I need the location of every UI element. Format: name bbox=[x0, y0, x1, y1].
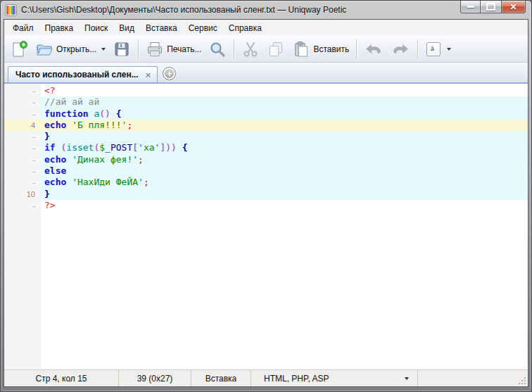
toolbar-separator bbox=[138, 40, 139, 58]
minimize-icon bbox=[467, 6, 474, 8]
code-text: } bbox=[41, 189, 528, 200]
status-cursor-position: Стр 4, кол 15 bbox=[4, 370, 119, 386]
line-number: - bbox=[4, 108, 41, 120]
search-button[interactable] bbox=[205, 38, 230, 61]
open-button-label: Открыть... bbox=[56, 44, 96, 54]
code-line[interactable]: -else bbox=[4, 165, 528, 177]
close-icon: ✕ bbox=[509, 3, 517, 11]
undo-icon bbox=[364, 40, 384, 58]
toolbar-separator bbox=[417, 40, 418, 58]
maximize-icon bbox=[486, 3, 495, 11]
code-line[interactable]: -echo 'Динах фея!'; bbox=[4, 154, 528, 165]
open-folder-icon bbox=[35, 40, 53, 58]
menu-edit[interactable]: Правка bbox=[39, 20, 80, 36]
code-line[interactable]: -//ай ай ай bbox=[4, 96, 528, 108]
line-number: - bbox=[4, 200, 41, 211]
code-text: echo 'Динах фея!'; bbox=[41, 154, 528, 165]
menu-insert[interactable]: Вставка bbox=[140, 20, 183, 36]
save-floppy-icon bbox=[113, 40, 131, 58]
status-insert-mode: Вставка bbox=[191, 370, 251, 386]
syntax-dropdown-icon bbox=[405, 377, 409, 380]
paste-button[interactable]: Вставить bbox=[289, 38, 353, 61]
menu-file[interactable]: Файл bbox=[7, 20, 39, 36]
menu-tools[interactable]: Сервис bbox=[183, 20, 223, 36]
close-button[interactable]: ✕ bbox=[501, 1, 526, 13]
search-icon bbox=[208, 40, 227, 58]
code-line[interactable]: -<? bbox=[4, 85, 528, 96]
status-syntax-dropdown[interactable]: HTML, PHP, ASP bbox=[251, 370, 418, 386]
status-empty-cell bbox=[418, 370, 528, 386]
line-number: - bbox=[4, 165, 41, 177]
line-number: - bbox=[4, 85, 41, 96]
code-line[interactable]: -function a() { bbox=[4, 108, 528, 120]
code-text: //ай ай ай bbox=[41, 96, 528, 108]
status-bar: Стр 4, кол 15 39 (0x27) Вставка HTML, PH… bbox=[4, 369, 528, 386]
status-syntax-label: HTML, PHP, ASP bbox=[264, 374, 329, 384]
tab-close-icon[interactable]: × bbox=[146, 70, 151, 80]
copy-button[interactable] bbox=[263, 38, 289, 61]
save-button[interactable] bbox=[109, 38, 134, 61]
code-line[interactable]: 4echo 'Б пля!!!'; bbox=[4, 120, 528, 131]
copy-icon bbox=[267, 40, 285, 58]
toolbar: Открыть... bbox=[4, 36, 528, 63]
code-text: ?> bbox=[41, 200, 528, 211]
new-tab-button[interactable]: + bbox=[163, 67, 176, 80]
code-lines: -<?-//ай ай ай-function a() {4echo 'Б пл… bbox=[4, 84, 528, 211]
tab-label: Часто использованый слен... bbox=[15, 70, 139, 80]
line-number: 4 bbox=[4, 120, 41, 131]
print-icon bbox=[146, 40, 164, 58]
code-text: <? bbox=[41, 85, 528, 96]
cut-button[interactable] bbox=[238, 38, 263, 61]
window-controls: ✕ bbox=[460, 1, 526, 13]
toolbar-separator bbox=[234, 40, 234, 58]
client-area: Файл Правка Поиск Вид Вставка Сервис Спр… bbox=[4, 19, 528, 387]
menu-search[interactable]: Поиск bbox=[79, 20, 113, 36]
svg-text:à: à bbox=[431, 44, 434, 52]
app-logo-icon bbox=[5, 4, 17, 16]
resize-grip[interactable] bbox=[518, 377, 526, 385]
print-button-label: Печать... bbox=[167, 44, 201, 54]
paste-button-label: Вставить bbox=[313, 44, 349, 54]
line-number: - bbox=[4, 131, 41, 142]
code-line[interactable]: -?> bbox=[4, 200, 528, 211]
code-line[interactable]: -if (isset($_POST['ха'])) { bbox=[4, 142, 528, 153]
code-line[interactable]: -echo 'НахИди ФеЙА'; bbox=[4, 177, 528, 188]
open-dropdown-icon bbox=[101, 48, 106, 51]
code-text: function a() { bbox=[41, 108, 528, 120]
status-char-code: 39 (0x27) bbox=[119, 370, 191, 386]
maximize-button[interactable] bbox=[481, 1, 501, 13]
code-text: echo 'НахИди ФеЙА'; bbox=[41, 177, 528, 188]
tab-active-document[interactable]: Часто использованый слен... × bbox=[8, 66, 158, 82]
title-bar[interactable]: C:\Users\Gish\Desktop\Документы\Часто ис… bbox=[1, 1, 531, 19]
encoding-dropdown-icon bbox=[447, 48, 451, 51]
new-document-icon bbox=[10, 40, 28, 58]
code-line[interactable]: 10} bbox=[4, 189, 528, 200]
minimize-button[interactable] bbox=[460, 1, 481, 13]
line-number: - bbox=[4, 96, 41, 108]
line-number: - bbox=[4, 142, 41, 153]
line-number: - bbox=[4, 154, 41, 165]
undo-button[interactable] bbox=[360, 38, 387, 61]
line-number: - bbox=[4, 177, 41, 188]
paste-clipboard-icon bbox=[292, 40, 310, 58]
print-button[interactable]: Печать... bbox=[142, 38, 205, 61]
menu-bar: Файл Правка Поиск Вид Вставка Сервис Спр… bbox=[4, 20, 528, 36]
code-text: else bbox=[41, 165, 528, 177]
cut-scissors-icon bbox=[241, 40, 260, 58]
menu-view[interactable]: Вид bbox=[113, 20, 140, 36]
code-editor[interactable]: -<?-//ай ай ай-function a() {4echo 'Б пл… bbox=[4, 84, 528, 369]
menu-help[interactable]: Справка bbox=[223, 20, 267, 36]
line-number: 10 bbox=[4, 189, 41, 200]
window-title: C:\Users\Gish\Desktop\Документы\Часто ис… bbox=[21, 5, 527, 15]
code-text: if (isset($_POST['ха'])) { bbox=[41, 142, 528, 153]
encoding-button[interactable]: à bbox=[422, 38, 455, 61]
code-text: } bbox=[41, 131, 528, 142]
code-line[interactable]: -} bbox=[4, 131, 528, 142]
open-button[interactable]: Открыть... bbox=[32, 38, 109, 61]
new-document-button[interactable] bbox=[6, 38, 32, 61]
toolbar-separator bbox=[356, 40, 357, 58]
code-text: echo 'Б пля!!!'; bbox=[41, 120, 528, 131]
tab-bar: Часто использованый слен... × + bbox=[4, 63, 528, 84]
redo-icon bbox=[391, 40, 410, 58]
redo-button[interactable] bbox=[387, 38, 414, 61]
